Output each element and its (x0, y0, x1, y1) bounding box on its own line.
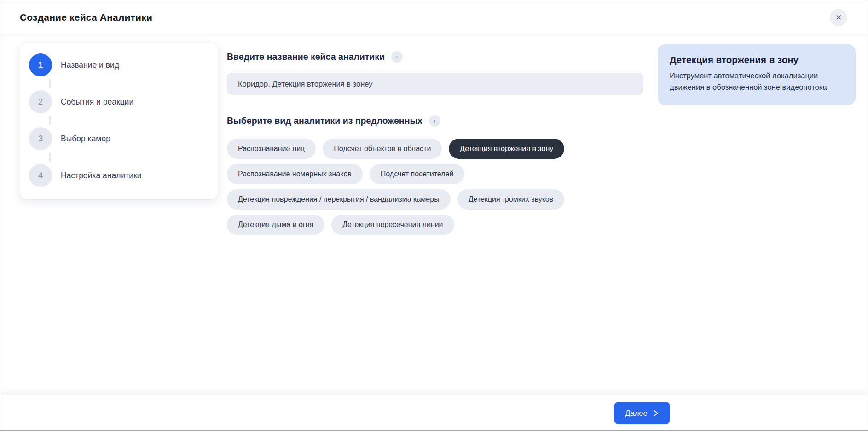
next-button[interactable]: Далее (614, 402, 670, 424)
stepper-steps: 1 Название и вид 2 События и реакции 3 В… (29, 53, 208, 187)
close-button[interactable]: ✕ (830, 9, 847, 26)
analytics-type-chip[interactable]: Распознавание номерных знаков (227, 164, 363, 184)
analytics-type-heading-text: Выберите вид аналитики из предложенных (227, 116, 422, 126)
analytics-type-heading: Выберите вид аналитики из предложенных i (227, 115, 643, 127)
step-number: 3 (29, 127, 52, 150)
analytics-type-chip[interactable]: Детекция повреждения / перекрытия / ванд… (227, 189, 451, 210)
modal-create-analytics-case: Создание кейса Аналитики ✕ 1 Название и … (0, 0, 868, 431)
analytics-type-chip[interactable]: Распознавание лиц (227, 139, 316, 159)
stepper: 1 Название и вид 2 События и реакции 3 В… (20, 43, 218, 199)
step-connector (49, 116, 51, 125)
next-button-label: Далее (625, 409, 647, 418)
info-panel-title: Детекция вторжения в зону (670, 54, 844, 65)
step-label: Выбор камер (61, 134, 110, 144)
stepper-step[interactable]: 1 Название и вид (29, 53, 208, 76)
info-panel-description: Инструмент автоматической локализации дв… (670, 70, 844, 93)
chevron-right-icon (653, 410, 659, 417)
main-form: Введите название кейса аналитики i Выбер… (227, 34, 643, 235)
step-connector (49, 79, 51, 88)
case-name-heading: Введите название кейса аналитики i (227, 51, 643, 63)
close-icon: ✕ (835, 14, 842, 22)
analytics-type-chip[interactable]: Подсчет объектов в области (323, 139, 442, 159)
step-number: 4 (29, 164, 52, 187)
analytics-type-chip[interactable]: Детекция громких звуков (457, 189, 565, 210)
analytics-type-chips: Распознавание лиц Подсчет объектов в обл… (227, 139, 643, 235)
analytics-type-chip[interactable]: Детекция пересечения линии (331, 215, 454, 235)
stepper-step[interactable]: 3 Выбор камер (29, 127, 208, 150)
step-connector (49, 152, 51, 162)
case-name-heading-text: Введите название кейса аналитики (227, 52, 385, 62)
analytics-type-chip[interactable]: Детекция вторжения в зону (449, 139, 564, 159)
modal-footer: Далее (0, 395, 868, 430)
modal-body: 1 Название и вид 2 События и реакции 3 В… (0, 34, 868, 395)
step-label: Название и вид (61, 60, 119, 70)
analytics-type-chip[interactable]: Детекция дыма и огня (227, 215, 324, 235)
page-title: Создание кейса Аналитики (20, 12, 152, 23)
info-icon[interactable]: i (429, 115, 440, 127)
step-label: Настройка аналитики (61, 171, 141, 181)
stepper-step[interactable]: 2 События и реакции (29, 90, 208, 113)
info-icon[interactable]: i (391, 51, 403, 63)
analytics-type-chip[interactable]: Подсчет посетителей (370, 164, 465, 184)
stepper-step[interactable]: 4 Настройка аналитики (29, 164, 208, 187)
step-label: События и реакции (61, 97, 133, 107)
step-number: 2 (29, 90, 52, 113)
info-panel: Детекция вторжения в зону Инструмент авт… (658, 44, 856, 105)
modal-header: Создание кейса Аналитики ✕ (0, 0, 868, 34)
case-name-input[interactable] (227, 73, 643, 95)
step-number: 1 (29, 53, 52, 76)
